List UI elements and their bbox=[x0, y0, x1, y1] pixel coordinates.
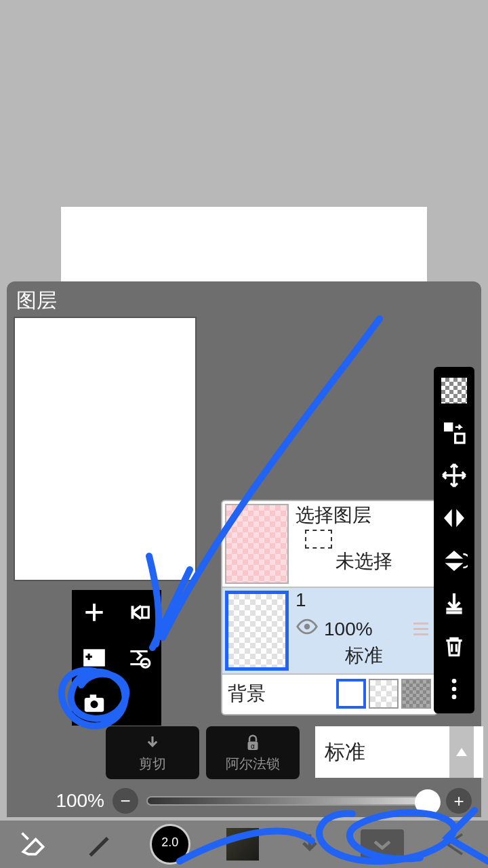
camera-button[interactable] bbox=[72, 680, 117, 726]
opacity-slider[interactable] bbox=[146, 796, 438, 806]
flip-vertical-tool[interactable] bbox=[441, 547, 468, 574]
right-toolbar bbox=[434, 367, 474, 713]
blend-mode-value: 标准 bbox=[325, 738, 449, 766]
selection-layer-name: 选择图层 bbox=[296, 502, 432, 528]
brush-size-display[interactable]: 2.0 bbox=[150, 824, 190, 865]
svg-point-6 bbox=[304, 624, 310, 630]
selection-layer-item[interactable]: 选择图层 未选择 bbox=[222, 501, 436, 588]
layer-1-name: 1 bbox=[296, 589, 432, 611]
blank-tool bbox=[117, 680, 161, 726]
eraser-tool[interactable] bbox=[18, 829, 48, 859]
add-layer-button[interactable] bbox=[72, 590, 117, 635]
layers-toggle-button[interactable] bbox=[361, 829, 404, 859]
opacity-minus-button[interactable]: − bbox=[113, 788, 138, 814]
duplicate-layer-button[interactable] bbox=[117, 590, 161, 635]
svg-text:α: α bbox=[251, 742, 255, 749]
bg-transparent-swatch[interactable] bbox=[369, 679, 399, 709]
brush-tool[interactable] bbox=[84, 829, 114, 859]
flip-horizontal-tool[interactable] bbox=[441, 505, 468, 532]
selection-marquee-icon bbox=[305, 530, 332, 549]
opacity-plus-button[interactable]: + bbox=[446, 788, 472, 814]
move-tool[interactable] bbox=[441, 462, 468, 489]
svg-point-9 bbox=[452, 679, 457, 684]
visibility-icon[interactable] bbox=[296, 615, 319, 643]
svg-rect-4 bbox=[90, 694, 97, 698]
layer-1-blend: 标准 bbox=[296, 643, 432, 669]
transform-tool[interactable] bbox=[441, 419, 468, 446]
svg-point-10 bbox=[452, 687, 457, 692]
layers-panel: 图层 选择图层 未选择 1 100% bbox=[7, 281, 481, 817]
merge-down-tool[interactable] bbox=[441, 590, 468, 617]
background-row[interactable]: 背景 bbox=[222, 675, 436, 713]
panel-title: 图层 bbox=[7, 281, 481, 320]
bg-dark-swatch[interactable] bbox=[401, 679, 431, 709]
opacity-slider-row: 100% − + bbox=[7, 786, 481, 816]
svg-rect-8 bbox=[455, 434, 464, 443]
svg-point-2 bbox=[141, 659, 150, 668]
svg-point-5 bbox=[90, 701, 98, 708]
download-button[interactable] bbox=[295, 829, 325, 859]
merge-layers-button[interactable] bbox=[117, 635, 161, 681]
selection-layer-thumb bbox=[225, 504, 289, 584]
more-tool[interactable] bbox=[441, 675, 468, 703]
svg-point-11 bbox=[452, 694, 457, 699]
layer-1-opacity: 100% bbox=[324, 618, 373, 640]
opacity-value: 100% bbox=[16, 790, 104, 812]
selection-status: 未选择 bbox=[296, 549, 432, 574]
layer-item-1[interactable]: 1 100% 标准 bbox=[222, 588, 436, 675]
layer-drag-handle[interactable] bbox=[413, 623, 432, 635]
dropdown-arrow-icon bbox=[449, 726, 474, 778]
background-label: 背景 bbox=[228, 681, 333, 707]
delete-tool[interactable] bbox=[441, 633, 468, 660]
svg-rect-7 bbox=[444, 422, 453, 431]
layer-1-thumb bbox=[225, 591, 289, 671]
layer-tools bbox=[72, 590, 161, 726]
add-image-layer-button[interactable] bbox=[72, 635, 117, 681]
bottom-toolbar: 2.0 bbox=[0, 821, 488, 868]
back-button[interactable] bbox=[440, 829, 470, 859]
opacity-slider-knob[interactable] bbox=[415, 789, 441, 815]
color-picker[interactable] bbox=[226, 828, 259, 861]
clip-button[interactable]: 剪切 bbox=[106, 726, 199, 779]
alpha-lock-button[interactable]: α 阿尔法锁 bbox=[206, 726, 300, 779]
alpha-lock-label: 阿尔法锁 bbox=[226, 755, 280, 773]
layer-list: 选择图层 未选择 1 100% 标准 背景 bbox=[221, 500, 438, 715]
bg-white-swatch[interactable] bbox=[336, 679, 366, 709]
checker-tool[interactable] bbox=[441, 378, 467, 403]
svg-rect-0 bbox=[142, 607, 149, 618]
blend-mode-dropdown[interactable]: 标准 bbox=[315, 726, 483, 778]
clip-label: 剪切 bbox=[139, 755, 166, 773]
layer-preview[interactable] bbox=[14, 317, 197, 581]
